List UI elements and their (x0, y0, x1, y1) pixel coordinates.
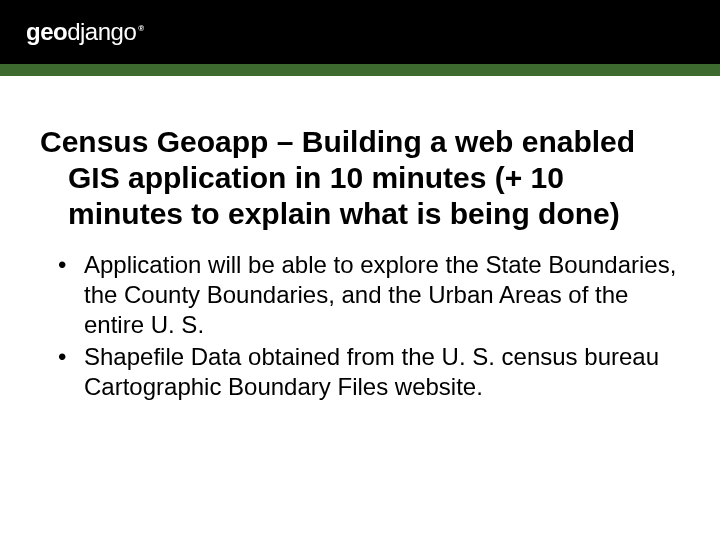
accent-bar (0, 64, 720, 76)
logo-geo: geo (26, 18, 67, 45)
logo-reg: ® (138, 24, 143, 33)
slide-content: Census Geoapp – Building a web enabled G… (0, 76, 720, 402)
header-bar: geodjango® (0, 0, 720, 64)
slide-title: Census Geoapp – Building a web enabled G… (68, 124, 680, 232)
list-item: Application will be able to explore the … (58, 250, 680, 340)
bullet-list: Application will be able to explore the … (40, 250, 680, 402)
logo: geodjango® (26, 18, 144, 46)
logo-django: django (67, 18, 136, 45)
list-item: Shapefile Data obtained from the U. S. c… (58, 342, 680, 402)
